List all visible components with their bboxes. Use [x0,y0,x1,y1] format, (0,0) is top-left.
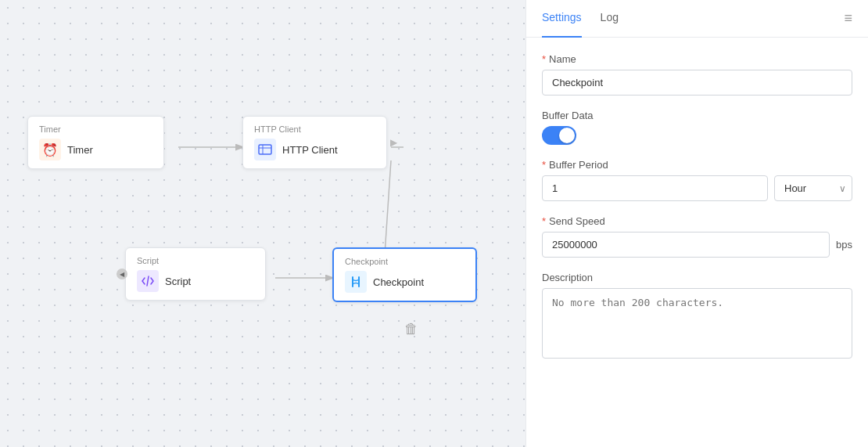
send-speed-input[interactable] [542,232,830,258]
canvas-area: Timer ⏰ Timer HTTP Client HTTP Client ▶ … [0,0,525,447]
checkpoint-node[interactable]: Checkpoint Checkpoint [332,247,477,302]
send-speed-row: bps [542,232,852,258]
script-icon [137,270,159,292]
script-node-title: Script [137,256,254,265]
tab-settings[interactable]: Settings [542,0,582,38]
send-speed-label: * Send Speed [542,215,852,227]
http-icon [254,139,276,160]
buffer-period-label: * Buffer Period [542,159,852,171]
http-node-label: HTTP Client [282,144,338,156]
http-node[interactable]: HTTP Client HTTP Client ▶ [242,116,387,169]
speed-unit: bps [836,239,852,251]
name-input[interactable] [542,70,852,96]
connector-lines [0,0,525,447]
buffer-period-select[interactable]: Hour Second Minute Day [774,175,852,201]
description-label: Description [542,272,852,283]
svg-rect-4 [259,145,271,154]
toggle-knob [559,128,575,143]
panel-menu-icon[interactable]: ≡ [844,10,852,27]
script-node-label: Script [165,276,191,287]
settings-panel: Settings Log ≡ * Name Buffer Data [525,0,868,447]
checkpoint-node-label: Checkpoint [373,276,424,288]
description-textarea[interactable] [542,288,852,359]
checkpoint-icon [345,271,367,293]
timer-node[interactable]: Timer ⏰ Timer [27,116,164,169]
panel-body: * Name Buffer Data * Buffer Period [526,38,868,447]
svg-line-7 [147,276,149,286]
tab-log[interactable]: Log [601,0,619,38]
timer-node-label: Timer [67,144,93,156]
buffer-data-group: Buffer Data [542,110,852,145]
delete-checkpoint-button[interactable]: 🗑 [404,321,418,337]
http-node-title: HTTP Client [254,124,375,134]
checkpoint-node-title: Checkpoint [345,257,464,266]
timer-icon: ⏰ [39,139,61,160]
send-speed-group: * Send Speed bps [542,215,852,258]
name-field-group: * Name [542,53,852,96]
name-label: * Name [542,53,852,65]
buffer-period-input[interactable] [542,175,768,201]
buffer-period-select-wrapper: Hour Second Minute Day ∨ [774,175,852,201]
buffer-data-label: Buffer Data [542,110,852,121]
panel-header: Settings Log ≡ [526,0,868,38]
script-node[interactable]: ◀ Script Script [125,247,266,301]
timer-node-title: Timer [39,124,152,134]
buffer-period-group: * Buffer Period Hour Second Minute Day ∨ [542,159,852,201]
buffer-data-toggle[interactable] [542,126,576,145]
buffer-data-toggle-container [542,126,852,145]
description-group: Description [542,272,852,362]
buffer-period-row: Hour Second Minute Day ∨ [542,175,852,201]
